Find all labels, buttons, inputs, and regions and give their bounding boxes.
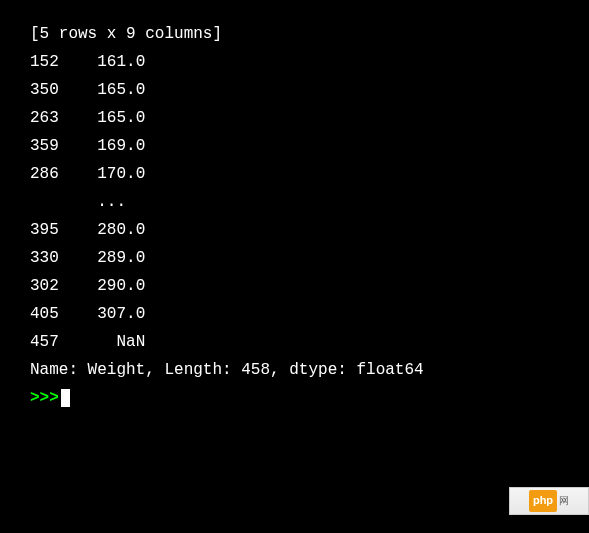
- series-index: 152: [30, 53, 59, 71]
- series-value: 165.0: [97, 81, 145, 99]
- series-value: 161.0: [97, 53, 145, 71]
- series-value: 307.0: [97, 305, 145, 323]
- series-index: 457: [30, 333, 59, 351]
- series-index: 302: [30, 277, 59, 295]
- series-index: 405: [30, 305, 59, 323]
- series-index: 350: [30, 81, 59, 99]
- series-row: 457 NaN: [30, 328, 559, 356]
- series-index: 263: [30, 109, 59, 127]
- series-row: 359 169.0: [30, 132, 559, 160]
- series-index: 286: [30, 165, 59, 183]
- series-row: 302 290.0: [30, 272, 559, 300]
- dataframe-shape-info: [5 rows x 9 columns]: [30, 20, 559, 48]
- series-row: 286 170.0: [30, 160, 559, 188]
- cursor-icon: [61, 389, 70, 407]
- series-value: 169.0: [97, 137, 145, 155]
- series-row: 152 161.0: [30, 48, 559, 76]
- series-row: 330 289.0: [30, 244, 559, 272]
- watermark-text: 网: [559, 492, 569, 510]
- watermark-logo: php: [529, 490, 557, 511]
- prompt-line[interactable]: >>>: [30, 384, 559, 412]
- series-row: 405 307.0: [30, 300, 559, 328]
- watermark-badge: php 网: [509, 487, 589, 515]
- series-index: 359: [30, 137, 59, 155]
- series-value: 289.0: [97, 249, 145, 267]
- series-value: 290.0: [97, 277, 145, 295]
- series-row: 395 280.0: [30, 216, 559, 244]
- series-index: 395: [30, 221, 59, 239]
- python-prompt: >>>: [30, 389, 59, 407]
- series-row: 350 165.0: [30, 76, 559, 104]
- series-value: 165.0: [97, 109, 145, 127]
- series-index: 330: [30, 249, 59, 267]
- series-value: 280.0: [97, 221, 145, 239]
- series-value: 170.0: [97, 165, 145, 183]
- series-value: NaN: [97, 333, 145, 351]
- series-summary: Name: Weight, Length: 458, dtype: float6…: [30, 356, 559, 384]
- truncation-ellipsis: ...: [30, 188, 559, 216]
- series-row: 263 165.0: [30, 104, 559, 132]
